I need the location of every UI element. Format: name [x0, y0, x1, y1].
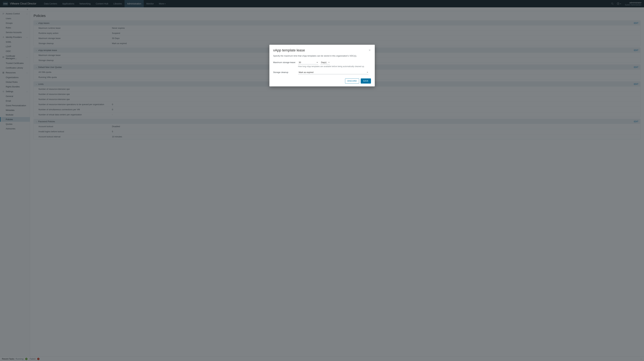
close-icon[interactable] [368, 49, 371, 52]
save-button[interactable]: SAVE [361, 78, 371, 84]
max-storage-lease-hint: How long vApp templates are available be… [298, 65, 371, 68]
storage-cleanup-label: Storage cleanup [273, 70, 298, 74]
modal-overlay: vApp template lease Specify the maximum … [0, 0, 644, 361]
storage-cleanup-select[interactable]: Mark as expired [298, 70, 368, 74]
discard-button[interactable]: DISCARD [345, 78, 359, 84]
max-storage-lease-label: Maximum storage lease: [273, 60, 298, 64]
max-storage-lease-value[interactable]: 30 [298, 60, 318, 64]
modal-title: vApp template lease [273, 48, 305, 52]
modal-description: Specify the maximum time that vApp templ… [273, 55, 371, 57]
max-storage-lease-unit[interactable]: Day(s) [320, 60, 330, 64]
vapp-template-lease-modal: vApp template lease Specify the maximum … [270, 45, 375, 86]
